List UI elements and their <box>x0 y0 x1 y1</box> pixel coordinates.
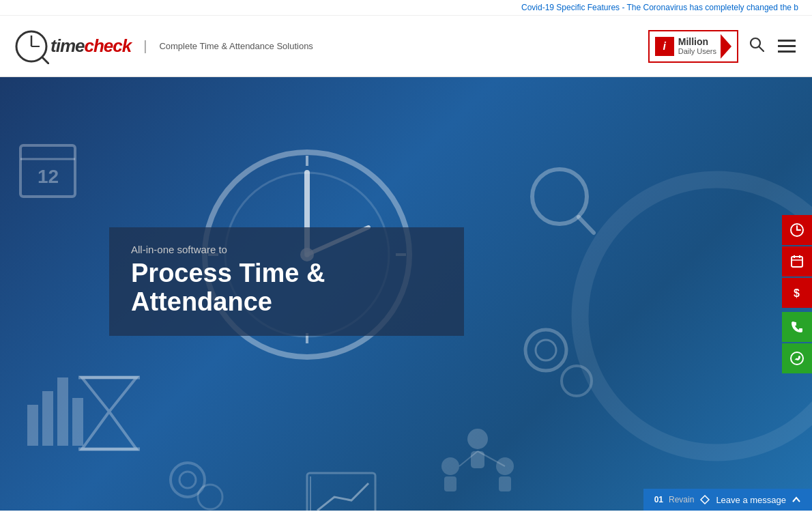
logo-image: timecheck <box>14 29 131 64</box>
logo-divider: | <box>143 38 147 54</box>
menu-button[interactable] <box>775 37 798 55</box>
phone-side-button[interactable] <box>782 312 812 342</box>
search-icon <box>749 37 764 52</box>
logo-wrapper[interactable]: timecheck | Complete Time & Attendance S… <box>14 29 313 64</box>
svg-rect-48 <box>792 257 802 267</box>
svg-line-5 <box>759 47 764 52</box>
header-left: timecheck | Complete Time & Attendance S… <box>14 29 313 64</box>
svg-point-29 <box>536 340 556 360</box>
svg-rect-23 <box>57 377 68 446</box>
badge-text: Million Daily Users <box>678 36 716 57</box>
badge-i-icon: i <box>655 37 674 56</box>
million-users-badge: i Million Daily Users <box>648 30 738 63</box>
leave-message-bar[interactable]: 01 Revain Leave a message <box>643 489 812 511</box>
logo-time: time <box>50 35 84 56</box>
arrow-up-icon <box>792 495 801 504</box>
badge-daily-users: Daily Users <box>678 47 716 56</box>
search-button[interactable] <box>746 34 767 58</box>
svg-line-3 <box>42 57 49 64</box>
hero-subtitle: All-in-one software to <box>131 244 442 255</box>
svg-point-31 <box>467 429 488 449</box>
announcement-bar: Covid-19 Specific Features - The Coronav… <box>0 0 812 16</box>
svg-rect-36 <box>499 476 511 491</box>
svg-point-44 <box>198 485 222 509</box>
revain-icon <box>699 494 710 505</box>
svg-point-33 <box>441 457 459 475</box>
svg-point-28 <box>525 330 566 371</box>
logo-text: timecheck <box>50 35 131 57</box>
hamburger-line-1 <box>778 40 796 42</box>
hero-section: 12 All-in-one software to <box>0 77 812 511</box>
svg-rect-34 <box>444 476 456 491</box>
revain-label: Revain <box>669 495 694 504</box>
clock-icon <box>789 223 804 238</box>
svg-text:12: 12 <box>38 166 59 187</box>
badge-arrow <box>721 34 731 59</box>
announcement-text: Covid-19 Specific Features - The Coronav… <box>521 3 798 12</box>
svg-marker-54 <box>701 496 709 504</box>
whatsapp-side-button[interactable] <box>782 343 812 373</box>
svg-text:$: $ <box>794 287 800 299</box>
svg-rect-39 <box>307 473 375 511</box>
hero-text-box: All-in-one software to Process Time & At… <box>109 227 464 336</box>
badge-million: Million <box>678 36 716 48</box>
svg-point-15 <box>580 180 812 453</box>
hamburger-line-3 <box>778 51 796 53</box>
hero-title: Process Time & Attendance <box>131 259 442 317</box>
whatsapp-icon <box>789 351 804 366</box>
svg-line-17 <box>579 217 594 233</box>
calendar-side-button[interactable] <box>782 246 812 276</box>
logo-clock-svg <box>14 29 49 64</box>
svg-marker-25 <box>82 377 136 449</box>
calendar-icon <box>790 255 804 268</box>
dollar-icon: $ <box>790 286 804 300</box>
phone-icon <box>790 320 804 334</box>
logo-tagline: Complete Time & Attendance Solutions <box>159 41 313 51</box>
svg-point-43 <box>179 472 196 488</box>
side-buttons: $ <box>782 215 812 373</box>
dollar-side-button[interactable]: $ <box>782 278 812 308</box>
leave-message-text: Leave a message <box>716 495 786 505</box>
revain-logo: 01 <box>654 495 663 504</box>
clock-side-button[interactable] <box>782 215 812 245</box>
svg-rect-22 <box>42 391 53 446</box>
header: timecheck | Complete Time & Attendance S… <box>0 16 812 77</box>
logo-check: check <box>84 35 131 56</box>
hamburger-line-2 <box>778 45 796 47</box>
header-right: i Million Daily Users <box>648 30 798 63</box>
svg-rect-21 <box>27 405 38 446</box>
svg-rect-24 <box>72 398 83 446</box>
